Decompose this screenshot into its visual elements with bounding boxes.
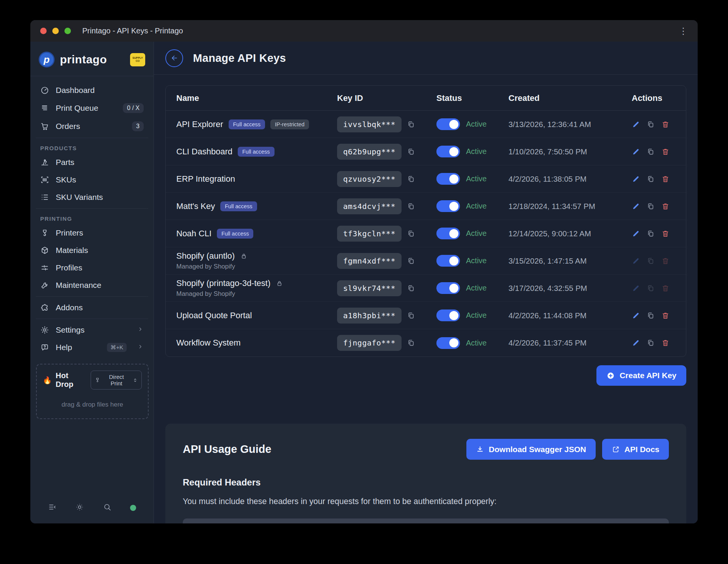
collapse-sidebar-icon bbox=[48, 503, 57, 512]
download-swagger-button[interactable]: Download Swagger JSON bbox=[466, 439, 596, 460]
copy-key-id-button[interactable] bbox=[407, 339, 415, 347]
sidebar-item-materials[interactable]: Materials bbox=[36, 242, 148, 259]
status-toggle[interactable] bbox=[436, 337, 460, 349]
window-menu-icon[interactable]: ⋮ bbox=[679, 27, 688, 36]
create-api-key-button[interactable]: Create API Key bbox=[596, 365, 686, 386]
hot-drop-zone[interactable]: 🔥 Hot Drop Direct Print drag & drop file… bbox=[36, 364, 149, 419]
delete-key-button[interactable] bbox=[661, 202, 670, 211]
sidebar-item-maintenance[interactable]: Maintenance bbox=[36, 277, 148, 294]
duplicate-key-button[interactable] bbox=[646, 120, 655, 129]
key-name-cell: Upload Quote Portal bbox=[176, 311, 337, 320]
duplicate-key-button[interactable] bbox=[646, 175, 655, 183]
sidebar: p printago SUPPLY CO DashboardPrint Queu… bbox=[30, 42, 154, 523]
app-window: Printago - API Keys - Printago ⋮ p print… bbox=[30, 20, 698, 523]
managed-by-label: Managed by Shopify bbox=[176, 263, 337, 270]
edit-key-button[interactable] bbox=[632, 311, 640, 320]
copy-key-id-button[interactable] bbox=[407, 229, 415, 238]
api-key-row: API ExplorerFull accessIP-restrictedivvs… bbox=[166, 111, 686, 138]
sidebar-item-badge: 0 / X bbox=[123, 103, 144, 113]
duplicate-key-button[interactable] bbox=[646, 202, 655, 211]
traffic-lights bbox=[40, 28, 71, 34]
column-header-status: Status bbox=[436, 93, 508, 103]
delete-key-button[interactable] bbox=[661, 339, 670, 347]
access-badge: Full access bbox=[229, 119, 265, 129]
help-icon bbox=[40, 343, 49, 352]
copy-key-id-button[interactable] bbox=[407, 257, 415, 265]
key-id: fgmn4xdf*** bbox=[337, 253, 402, 269]
edit-key-button[interactable] bbox=[632, 202, 640, 211]
sidebar-item-profiles[interactable]: Profiles bbox=[36, 259, 148, 277]
close-window-button[interactable] bbox=[40, 28, 47, 34]
copy-key-id-button[interactable] bbox=[407, 202, 415, 211]
status-cell: Active bbox=[436, 118, 508, 130]
delete-key-button[interactable] bbox=[661, 148, 670, 156]
collapse-sidebar-button[interactable] bbox=[48, 503, 57, 513]
chevron-right-icon bbox=[137, 343, 144, 352]
api-docs-button[interactable]: API Docs bbox=[602, 439, 669, 460]
nav-group: PRODUCTSPartsSKUsSKU Variants bbox=[36, 138, 148, 208]
minimize-window-button[interactable] bbox=[52, 28, 59, 34]
key-name-cell: Shopify (auntlo)Managed by Shopify bbox=[176, 251, 337, 270]
sidebar-item-parts[interactable]: Parts bbox=[36, 154, 148, 171]
status-label: Active bbox=[466, 311, 486, 320]
duplicate-key-button bbox=[646, 257, 655, 265]
copy-key-id-button[interactable] bbox=[407, 284, 415, 292]
duplicate-key-button[interactable] bbox=[646, 148, 655, 156]
copy-key-id-button[interactable] bbox=[407, 175, 415, 183]
key-name-cell: Shopify (printago-3d-test)Managed by Sho… bbox=[176, 278, 337, 298]
duplicate-key-button[interactable] bbox=[646, 229, 655, 238]
sidebar-item-settings[interactable]: Settings bbox=[36, 321, 148, 339]
key-id-cell: a18h3pbi*** bbox=[337, 308, 436, 324]
window-titlebar: Printago - API Keys - Printago ⋮ bbox=[30, 20, 698, 42]
theme-button[interactable] bbox=[75, 503, 84, 513]
api-key-row: ERP Integrationqzvuosy2***Active4/2/2026… bbox=[166, 165, 686, 193]
sidebar-item-addons[interactable]: Addons bbox=[36, 299, 148, 316]
copy-key-id-button[interactable] bbox=[407, 311, 415, 320]
delete-key-button[interactable] bbox=[661, 120, 670, 129]
chevron-right-icon bbox=[137, 325, 144, 335]
edit-key-button[interactable] bbox=[632, 120, 640, 129]
delete-key-button[interactable] bbox=[661, 311, 670, 320]
brand-name: printago bbox=[60, 53, 107, 66]
sidebar-item-orders[interactable]: Orders3 bbox=[36, 117, 148, 135]
status-toggle[interactable] bbox=[436, 118, 460, 130]
sidebar-item-help[interactable]: Help⌘+K bbox=[36, 339, 148, 356]
back-button[interactable] bbox=[165, 49, 183, 67]
status-toggle[interactable] bbox=[436, 146, 460, 157]
copy-key-id-button[interactable] bbox=[407, 148, 415, 156]
search-button[interactable] bbox=[103, 503, 112, 513]
key-id: qzvuosy2*** bbox=[337, 171, 402, 187]
page-title: Manage API Keys bbox=[193, 52, 286, 64]
duplicate-key-button[interactable] bbox=[646, 311, 655, 320]
edit-key-button[interactable] bbox=[632, 229, 640, 238]
sidebar-item-dashboard[interactable]: Dashboard bbox=[36, 82, 148, 99]
maximize-window-button[interactable] bbox=[64, 28, 71, 34]
sidebar-item-label: Parts bbox=[56, 158, 74, 167]
status-label: Active bbox=[466, 174, 486, 183]
sidebar-item-print-queue[interactable]: Print Queue0 / X bbox=[36, 99, 148, 117]
key-id-cell: q62b9upg*** bbox=[337, 144, 436, 160]
sidebar-item-skus[interactable]: SKUs bbox=[36, 171, 148, 189]
copy-key-id-button[interactable] bbox=[407, 120, 415, 129]
printer-arm-icon bbox=[40, 158, 49, 167]
duplicate-key-button[interactable] bbox=[646, 339, 655, 347]
status-toggle[interactable] bbox=[436, 200, 460, 212]
delete-key-button[interactable] bbox=[661, 175, 670, 183]
sidebar-item-sku-variants[interactable]: SKU Variants bbox=[36, 189, 148, 206]
edit-key-button[interactable] bbox=[632, 339, 640, 347]
sidebar-item-label: SKUs bbox=[56, 175, 76, 184]
sidebar-item-label: Dashboard bbox=[56, 86, 95, 95]
duplicate-key-button bbox=[646, 284, 655, 292]
direct-print-select[interactable]: Direct Print bbox=[91, 371, 142, 390]
status-cell: Active bbox=[436, 337, 508, 349]
edit-key-button[interactable] bbox=[632, 148, 640, 156]
status-toggle[interactable] bbox=[436, 255, 460, 267]
edit-key-button[interactable] bbox=[632, 175, 640, 183]
nav-group: SettingsHelp⌘+K bbox=[36, 319, 148, 358]
status-toggle[interactable] bbox=[436, 309, 460, 321]
delete-key-button[interactable] bbox=[661, 229, 670, 238]
status-toggle[interactable] bbox=[436, 228, 460, 239]
status-toggle[interactable] bbox=[436, 173, 460, 185]
sidebar-item-printers[interactable]: Printers bbox=[36, 224, 148, 242]
status-toggle[interactable] bbox=[436, 282, 460, 294]
